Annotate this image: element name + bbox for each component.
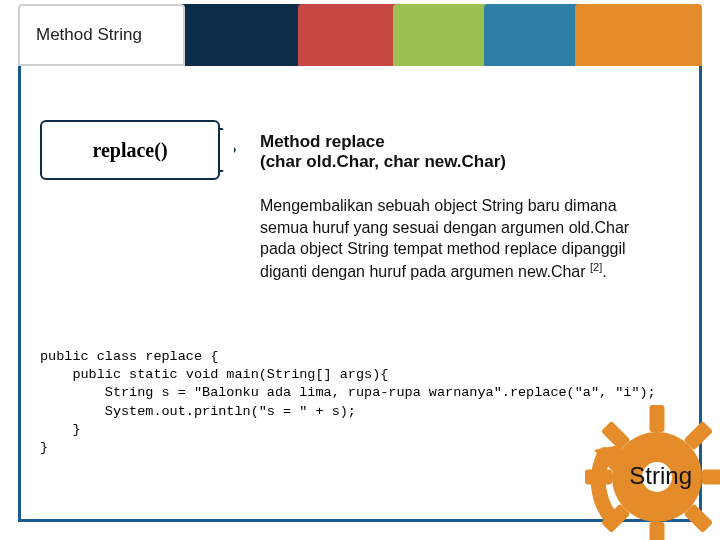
- code-block: public class replace { public static voi…: [40, 348, 656, 457]
- top-tab-strip: Method String: [18, 4, 702, 66]
- code-line: System.out.println("s = " + s);: [40, 404, 356, 419]
- slide-title: Method String: [36, 25, 142, 45]
- desc-text-end: .: [602, 263, 606, 280]
- svg-rect-4: [702, 470, 720, 485]
- content-heading-line1: Method replace: [260, 132, 385, 152]
- method-pill: replace(): [40, 120, 235, 180]
- tab-title: Method String: [18, 4, 185, 66]
- code-line: public static void main(String[] args){: [40, 367, 388, 382]
- content-description: Mengembalikan sebuah object String baru …: [260, 195, 660, 283]
- gear-label: String: [629, 462, 692, 490]
- desc-ref: [2]: [590, 261, 602, 273]
- tab-orange: [575, 4, 702, 66]
- tab-navy: [163, 4, 320, 66]
- code-line: public class replace {: [40, 349, 218, 364]
- svg-rect-2: [650, 522, 665, 540]
- code-line: }: [40, 422, 81, 437]
- method-pill-label: replace(): [40, 120, 220, 180]
- content-heading-line2: (char old.Char, char new.Char): [260, 152, 506, 172]
- code-line: String s = "Balonku ada lima, rupa-rupa …: [40, 385, 656, 400]
- code-line: }: [40, 440, 48, 455]
- desc-text: Mengembalikan sebuah object String baru …: [260, 197, 629, 280]
- svg-rect-1: [650, 405, 665, 432]
